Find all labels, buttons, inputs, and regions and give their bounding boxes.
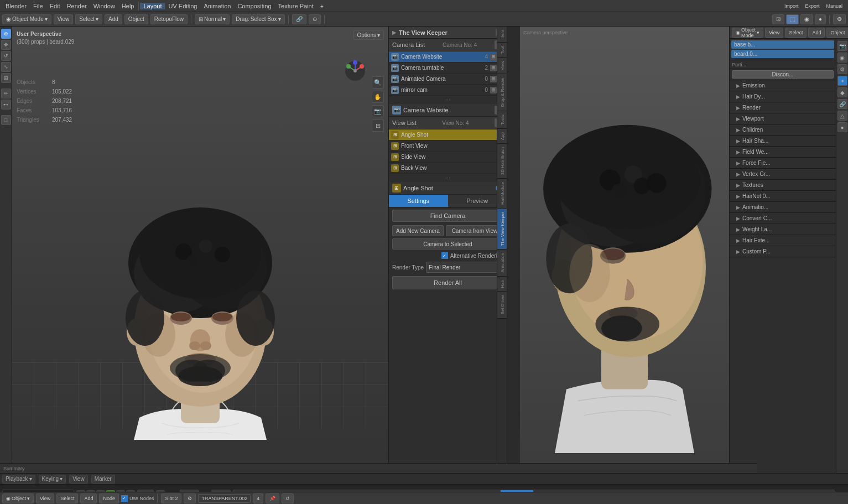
object-item-beard[interactable]: beard.0...	[731, 50, 834, 58]
section-force-fie[interactable]: ▶ Force Fie...	[730, 158, 836, 169]
camera-item-turntable[interactable]: 📷 Camera turntable 2 ⊞ ↻	[389, 63, 507, 74]
select-menu-btn[interactable]: Select ▾	[75, 14, 102, 24]
panel-collapse-btn[interactable]: ▶	[392, 29, 397, 35]
bottom-add-btn[interactable]: Add	[80, 493, 97, 503]
vk-tab-hair-brush[interactable]: 3D Hair Brush	[497, 144, 507, 179]
annotate-tool[interactable]: ✏	[1, 89, 11, 98]
snap-btn[interactable]: 🔗	[292, 14, 306, 24]
menu-compositing[interactable]: Compositing	[234, 3, 274, 9]
prop-data-icon[interactable]: △	[837, 111, 847, 121]
menu-file[interactable]: File	[30, 3, 46, 9]
camera-item-animated[interactable]: 📷 Animated Camera 0 ⊞ ↻	[389, 74, 507, 85]
viewport-right[interactable]: Camera perspective	[520, 27, 729, 473]
options-btn[interactable]: Options ▾	[353, 30, 384, 40]
hand-btn[interactable]: ✋	[372, 91, 384, 103]
find-camera-btn[interactable]: Find Camera	[392, 210, 503, 222]
menu-help[interactable]: Help	[118, 3, 138, 9]
vk-tab-hair[interactable]: Hair	[497, 277, 507, 292]
section-textures[interactable]: ▶ Textures	[730, 180, 836, 191]
viewport-shading-solid[interactable]: ⬚	[786, 14, 799, 24]
viewport-shading-wire[interactable]: ⊡	[772, 14, 784, 24]
prop-material-icon[interactable]: ●	[837, 122, 847, 132]
object-menu-btn[interactable]: Object	[124, 14, 148, 24]
measure-tool[interactable]: ⊷	[1, 100, 11, 110]
turntable-grid-btn[interactable]: ⊞	[490, 65, 497, 71]
vk-tab-app[interactable]: App	[497, 129, 507, 144]
proportional-editing[interactable]: ⊙	[309, 14, 321, 24]
vk-tab-animation[interactable]: Animation	[497, 250, 507, 277]
mirror-grid-btn[interactable]: ⊞	[490, 87, 497, 93]
viewport-shading-render[interactable]: ●	[815, 14, 826, 24]
add-cube-tool[interactable]: □	[1, 115, 11, 125]
camera-item-website[interactable]: 📷 Camera Website 4 ⊞ ↻	[389, 51, 507, 63]
bottom-object-mode[interactable]: ◉ Object ▾	[2, 493, 34, 503]
object-mode-dropdown[interactable]: ◉ Object Mode ▾	[2, 14, 51, 24]
prop-modifier-icon[interactable]: ⚙	[837, 64, 847, 74]
use-nodes-checkbox[interactable]: ✓	[121, 495, 128, 502]
bottom-view-btn[interactable]: View	[36, 493, 54, 503]
zoom-btn[interactable]: 🔍	[372, 76, 384, 89]
menu-edit[interactable]: Edit	[46, 3, 64, 9]
menu-plus[interactable]: +	[317, 3, 327, 9]
camera-to-selected-btn[interactable]: Camera to Selected	[392, 238, 503, 250]
transform-tool[interactable]: ⊞	[1, 73, 11, 83]
marker-btn[interactable]: Marker	[91, 475, 115, 484]
extra-btn[interactable]: ↺	[282, 493, 294, 503]
add-menu-btn[interactable]: Add	[105, 14, 122, 24]
viewport-extras[interactable]: ⚙	[833, 14, 846, 24]
slot-count-btn[interactable]: 4	[253, 493, 263, 503]
right-select-btn[interactable]: Select	[785, 28, 807, 38]
menu-texture-paint[interactable]: Texture Paint	[275, 3, 317, 9]
grid-btn[interactable]: ⊞	[372, 119, 384, 132]
menu-uv-editing[interactable]: UV Editing	[165, 3, 200, 9]
render-all-btn[interactable]: Render All	[392, 276, 503, 289]
section-hair-sha[interactable]: ▶ Hair Sha...	[730, 136, 836, 147]
viewport-left[interactable]: User Perspective (300) props | beard.029…	[12, 27, 388, 473]
playback-btn[interactable]: Playback ▾	[2, 475, 35, 484]
disconnect-btn[interactable]: Discon...	[732, 70, 834, 79]
view-item-angle-shot[interactable]: ⊞ Angle Shot ↻	[389, 129, 507, 141]
vk-tab-hair-module[interactable]: HairModule	[497, 179, 507, 209]
bottom-node-btn[interactable]: Node	[99, 493, 119, 503]
camera-from-view-btn[interactable]: Camera from View	[446, 225, 503, 236]
object-item-base[interactable]: base b...	[731, 40, 834, 49]
section-hair-dy[interactable]: ▶ Hair Dy...	[730, 91, 836, 102]
animated-grid-btn[interactable]: ⊞	[490, 76, 497, 82]
section-children[interactable]: ▶ Children	[730, 124, 836, 136]
menu-window[interactable]: Window	[90, 3, 118, 9]
add-new-camera-btn[interactable]: Add New Camera	[392, 225, 444, 236]
move-tool[interactable]: ✥	[1, 40, 11, 50]
transform-orientation[interactable]: ⊞ Normal ▾	[195, 14, 230, 24]
right-add-btn[interactable]: Add	[808, 28, 825, 38]
drag-mode[interactable]: Drag: Select Box ▾	[232, 14, 284, 24]
section-weight-la[interactable]: ▶ Weight La...	[730, 224, 836, 235]
section-viewport[interactable]: ▶ Viewport	[730, 113, 836, 124]
viewport-shading-material[interactable]: ◉	[800, 14, 813, 24]
tab-settings[interactable]: Settings	[389, 195, 448, 207]
prop-object-icon[interactable]: ◉	[837, 53, 847, 63]
view-item-front[interactable]: ⊞ Front View ↻	[389, 141, 507, 152]
alt-rendering-checkbox[interactable]: ✓	[441, 252, 448, 259]
scale-tool[interactable]: ⤡	[1, 62, 11, 72]
section-hair-exte[interactable]: ▶ Hair Exte...	[730, 235, 836, 246]
section-hairnet[interactable]: ▶ HairNet 0...	[730, 191, 836, 202]
pin-btn[interactable]: 📌	[266, 493, 279, 503]
vk-tab-view-keeper[interactable]: The View Keeper	[497, 209, 507, 250]
cam-grid-btn[interactable]: ⊞	[490, 54, 497, 60]
bottom-select-btn[interactable]: Select	[56, 493, 78, 503]
menu-layout[interactable]: Layout	[140, 3, 165, 9]
prop-particles-icon[interactable]: ✦	[837, 76, 847, 86]
section-animatio[interactable]: ▶ Animatio...	[730, 202, 836, 213]
section-convert-c[interactable]: ▶ Convert C...	[730, 213, 836, 224]
orientation-gizmo[interactable]: X Y Z	[344, 60, 366, 82]
vk-tab-drop-render[interactable]: Drop & Render	[497, 74, 507, 111]
section-field-we[interactable]: ▶ Field We...	[730, 147, 836, 158]
keying-btn[interactable]: Keying ▾	[39, 475, 66, 484]
material-sphere-btn[interactable]: ⚙	[184, 493, 196, 503]
render-type-dropdown[interactable]: Final Render ▾	[426, 262, 503, 273]
cursor-tool[interactable]: ⊕	[1, 29, 11, 39]
prop-constraints-icon[interactable]: 🔗	[837, 99, 847, 109]
timeline-view-btn[interactable]: View	[69, 475, 88, 484]
vk-tab-tools[interactable]: Tools	[497, 111, 507, 129]
vk-tab-view[interactable]: View	[497, 58, 507, 74]
